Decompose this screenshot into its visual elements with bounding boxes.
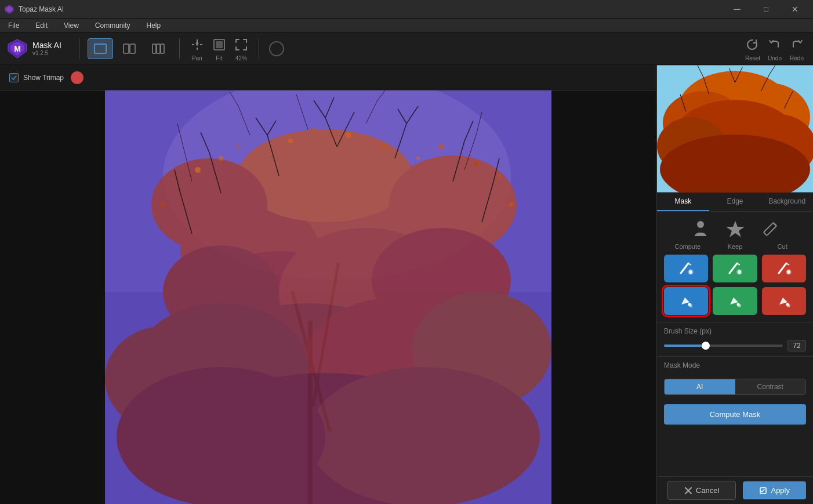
svg-point-49 — [498, 174, 501, 177]
cancel-icon — [684, 487, 692, 495]
pan-label: Pan — [192, 55, 202, 61]
keep-icon — [725, 219, 746, 240]
svg-point-13 — [270, 42, 284, 56]
logo-icon: M — [7, 38, 28, 59]
svg-point-46 — [416, 157, 420, 160]
tab-edge[interactable]: Edge — [709, 193, 761, 211]
brush-slider[interactable] — [664, 345, 783, 347]
apply-button[interactable]: Apply — [743, 481, 806, 499]
tools-col-headers: Compute Keep Cut — [664, 243, 806, 250]
svg-point-48 — [474, 162, 478, 166]
toolbar-separator-1 — [79, 38, 79, 59]
bottom-bar: Cancel Apply — [657, 476, 813, 504]
main-content: Show Trimap — [0, 65, 813, 504]
zoom-level: 42% — [235, 55, 247, 61]
right-panel: Mask Edge Background — [656, 65, 813, 504]
close-button[interactable]: ✕ — [782, 2, 808, 16]
svg-point-69 — [738, 304, 741, 307]
toolbar-separator-2 — [179, 38, 180, 59]
tools-grid-row1 — [664, 255, 806, 282]
keep-fill-button[interactable] — [713, 287, 757, 315]
svg-point-45 — [381, 144, 386, 149]
cut-icon — [760, 219, 781, 240]
reset-label: Reset — [745, 55, 760, 61]
undo-tool[interactable]: Undo — [765, 35, 784, 61]
thumbnail-image — [657, 65, 813, 193]
svg-point-42 — [288, 139, 293, 143]
brush-value: 72 — [787, 340, 806, 351]
svg-point-60 — [697, 221, 704, 228]
mask-mode-contrast-button[interactable]: Contrast — [735, 379, 806, 394]
maximize-button[interactable]: □ — [753, 2, 779, 16]
mask-mode-buttons: AI Contrast — [664, 379, 806, 395]
tab-background[interactable]: Background — [761, 193, 813, 211]
apply-icon — [759, 487, 767, 495]
keep-brush-button[interactable] — [713, 255, 757, 282]
show-trimap-toggle[interactable]: Show Trimap — [9, 73, 64, 82]
compare-view-icon — [152, 43, 165, 54]
canvas-area[interactable] — [0, 90, 656, 504]
menu-bar: File Edit View Community Help — [0, 19, 813, 32]
svg-point-63 — [689, 270, 692, 274]
tools-top-icons-row — [664, 219, 806, 240]
menu-community[interactable]: Community — [92, 20, 134, 31]
compute-tool-icon-group — [690, 219, 711, 240]
window-title: Topaz Mask AI — [19, 5, 64, 13]
cancel-label: Cancel — [696, 486, 719, 495]
window-controls: ─ □ ✕ — [724, 2, 808, 16]
minimize-button[interactable]: ─ — [724, 2, 750, 16]
menu-help[interactable]: Help — [143, 20, 165, 31]
view-split-button[interactable] — [117, 38, 142, 59]
brush-slider-thumb[interactable] — [702, 342, 710, 350]
svg-text:M: M — [14, 44, 21, 53]
svg-point-68 — [689, 304, 692, 307]
undo-label: Undo — [768, 55, 782, 61]
redo-tool[interactable]: Redo — [787, 35, 806, 61]
canvas-top-bar: Show Trimap — [0, 65, 656, 90]
trimap-label: Show Trimap — [23, 74, 64, 82]
toolbar: M Mask AI v1.2.5 — [0, 32, 813, 65]
app-icon — [5, 5, 14, 14]
single-view-icon — [94, 43, 107, 54]
mask-mode-label: Mask Mode — [664, 361, 700, 369]
keep-tool-icon-group — [725, 219, 746, 240]
fit-tool[interactable]: Fit — [210, 35, 228, 61]
brush-label: Brush Size (px) — [664, 327, 806, 335]
svg-rect-10 — [161, 44, 164, 53]
undo-icon — [765, 35, 784, 54]
apply-label: Apply — [771, 486, 790, 495]
cut-fill-button[interactable] — [762, 287, 806, 315]
fit-label: Fit — [216, 55, 222, 61]
redo-label: Redo — [790, 55, 804, 61]
compute-fill-button[interactable] — [664, 287, 708, 315]
compute-mask-button[interactable]: Compute Mask — [664, 404, 806, 425]
fullscreen-tool[interactable]: 42% — [232, 35, 251, 61]
view-compare-button[interactable] — [146, 38, 171, 59]
cut-brush-button[interactable] — [762, 255, 806, 282]
reset-tool[interactable]: Reset — [743, 35, 762, 61]
pan-tool[interactable]: Pan — [188, 35, 206, 61]
scene-container — [105, 90, 551, 504]
app-logo: M Mask AI v1.2.5 — [7, 38, 61, 59]
mask-mode-ai-button[interactable]: AI — [665, 379, 735, 394]
activity-indicator — [267, 39, 286, 58]
compute-section: Compute Mask — [657, 400, 813, 429]
svg-rect-7 — [130, 44, 135, 53]
svg-point-41 — [195, 167, 201, 173]
svg-rect-6 — [124, 44, 129, 53]
menu-file[interactable]: File — [5, 20, 23, 31]
tabs-row: Mask Edge Background — [657, 193, 813, 212]
menu-edit[interactable]: Edit — [32, 20, 51, 31]
menu-view[interactable]: View — [60, 20, 82, 31]
tools-grid-row2 — [664, 287, 806, 315]
fit-icon — [210, 35, 228, 54]
brush-section: Brush Size (px) 72 — [657, 322, 813, 356]
title-bar: Topaz Mask AI ─ □ ✕ — [0, 0, 813, 19]
cancel-button[interactable]: Cancel — [667, 481, 736, 500]
view-single-button[interactable] — [88, 38, 113, 59]
reset-icon — [743, 35, 762, 54]
svg-rect-8 — [153, 44, 156, 53]
compute-brush-button[interactable] — [664, 255, 708, 282]
fullscreen-icon — [232, 35, 251, 54]
tab-mask[interactable]: Mask — [657, 193, 709, 211]
